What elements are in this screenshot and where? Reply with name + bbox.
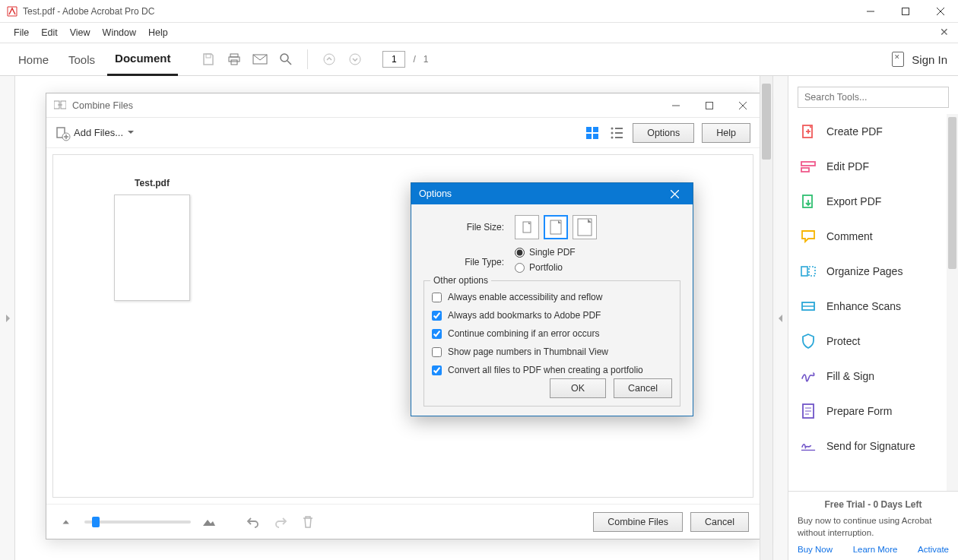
combine-help-button[interactable]: Help bbox=[702, 123, 750, 143]
undo-icon[interactable] bbox=[244, 513, 262, 531]
trial-activate-link[interactable]: Activate bbox=[918, 545, 949, 554]
list-view-button[interactable] bbox=[608, 125, 625, 141]
svg-rect-40 bbox=[809, 267, 815, 276]
menu-edit[interactable]: Edit bbox=[35, 23, 64, 43]
create-icon bbox=[801, 124, 816, 139]
options-cancel-button[interactable]: Cancel bbox=[614, 378, 672, 398]
chk-accessibility[interactable]: Always enable accessibility and reflow bbox=[432, 292, 672, 302]
window-close-button[interactable] bbox=[923, 0, 958, 23]
file-thumbnail[interactable]: Test.pdf bbox=[106, 178, 198, 301]
chk-pagenums[interactable]: Show page numbers in Thumbnail View bbox=[432, 346, 672, 357]
tool-item-enhance[interactable]: Enhance Scans bbox=[788, 289, 958, 324]
tool-item-sign[interactable]: Fill & Sign bbox=[788, 359, 958, 394]
radio-single-pdf[interactable]: Single PDF bbox=[515, 247, 576, 258]
tab-document[interactable]: Document bbox=[107, 43, 178, 76]
right-nav-strip[interactable] bbox=[772, 76, 788, 560]
window-maximize-button[interactable] bbox=[888, 0, 923, 23]
combine-title-text: Combine Files bbox=[72, 100, 133, 111]
svg-line-10 bbox=[287, 61, 291, 65]
page-up-icon[interactable] bbox=[319, 49, 340, 70]
combine-maximize-button[interactable] bbox=[693, 93, 726, 118]
options-ok-button[interactable]: OK bbox=[550, 378, 606, 398]
svg-rect-1 bbox=[902, 8, 909, 14]
trial-buy-link[interactable]: Buy Now bbox=[798, 545, 833, 554]
svg-point-12 bbox=[350, 54, 360, 65]
chk-bookmarks-input[interactable] bbox=[432, 311, 442, 321]
combine-options-button[interactable]: Options bbox=[633, 123, 694, 143]
radio-portfolio[interactable]: Portfolio bbox=[515, 262, 576, 273]
svg-rect-23 bbox=[586, 127, 592, 132]
window-minimize-button[interactable] bbox=[853, 0, 888, 23]
tool-label: Organize Pages bbox=[826, 265, 902, 277]
chk-convert-input[interactable] bbox=[432, 365, 442, 375]
tool-item-export[interactable]: Export PDF bbox=[788, 184, 958, 219]
radio-portfolio-input[interactable] bbox=[515, 263, 525, 273]
redo-icon[interactable] bbox=[271, 513, 290, 531]
tool-item-edit[interactable]: Edit PDF bbox=[788, 149, 958, 184]
tool-label: Send for Signature bbox=[826, 440, 915, 452]
email-icon[interactable] bbox=[249, 49, 271, 70]
page-thumbnail-icon bbox=[114, 195, 190, 301]
options-dialog-close-button[interactable] bbox=[664, 183, 685, 204]
page-total: 1 bbox=[423, 54, 429, 65]
chk-continue-input[interactable] bbox=[432, 329, 442, 339]
tool-label: Enhance Scans bbox=[826, 300, 901, 312]
tool-item-sendsign[interactable]: Send for Signature bbox=[788, 429, 958, 464]
combine-close-button[interactable] bbox=[726, 93, 760, 118]
sign-in-link[interactable]: Sign In bbox=[912, 53, 947, 66]
zoom-out-icon[interactable] bbox=[57, 513, 75, 531]
trial-learn-link[interactable]: Learn More bbox=[853, 545, 898, 554]
radio-single-pdf-input[interactable] bbox=[515, 248, 525, 258]
zoom-slider-handle[interactable] bbox=[92, 517, 100, 527]
page-number-input[interactable] bbox=[382, 51, 405, 68]
menu-help[interactable]: Help bbox=[142, 23, 174, 43]
svg-rect-24 bbox=[593, 127, 598, 132]
chk-continue[interactable]: Continue combining if an error occurs bbox=[432, 328, 672, 339]
combine-cancel-button[interactable]: Cancel bbox=[690, 512, 749, 532]
trial-title: Free Trial - 0 Days Left bbox=[798, 499, 949, 510]
print-icon[interactable] bbox=[224, 49, 245, 70]
combine-files-button[interactable]: Combine Files bbox=[593, 512, 683, 532]
tool-item-protect[interactable]: Protect bbox=[788, 324, 958, 359]
svg-rect-6 bbox=[229, 57, 240, 62]
tool-item-organize[interactable]: Organize Pages bbox=[788, 254, 958, 289]
document-close-button[interactable]: ✕ bbox=[935, 24, 953, 40]
search-icon[interactable] bbox=[275, 49, 297, 70]
tab-tools[interactable]: Tools bbox=[61, 43, 103, 76]
add-files-label: Add Files... bbox=[74, 127, 123, 138]
combine-minimize-button[interactable] bbox=[659, 93, 693, 118]
options-dialog-title: Options bbox=[419, 188, 452, 199]
tab-home[interactable]: Home bbox=[11, 43, 56, 76]
export-icon bbox=[801, 194, 816, 209]
chk-pagenums-input[interactable] bbox=[432, 347, 442, 357]
tool-item-create[interactable]: Create PDF bbox=[788, 114, 958, 149]
page-down-icon[interactable] bbox=[344, 49, 366, 70]
left-nav-strip[interactable] bbox=[0, 76, 15, 560]
menu-view[interactable]: View bbox=[64, 23, 97, 43]
options-dialog: Options File Size: File Type: Single PDF bbox=[411, 182, 693, 416]
mobile-link-icon[interactable] bbox=[892, 52, 904, 67]
save-icon[interactable] bbox=[198, 49, 219, 70]
file-size-small-button[interactable] bbox=[515, 215, 539, 239]
add-files-button[interactable]: Add Files... bbox=[56, 126, 134, 140]
chk-bookmarks[interactable]: Always add bookmarks to Adobe PDF bbox=[432, 310, 672, 321]
file-size-medium-button[interactable] bbox=[544, 215, 568, 239]
document-scrollbar[interactable] bbox=[760, 76, 772, 560]
menu-file[interactable]: File bbox=[8, 23, 35, 43]
file-size-large-button[interactable] bbox=[573, 215, 597, 239]
chk-accessibility-input[interactable] bbox=[432, 293, 442, 302]
chk-convert[interactable]: Convert all files to PDF when creating a… bbox=[432, 365, 672, 375]
menu-window[interactable]: Window bbox=[97, 23, 142, 43]
tool-item-form[interactable]: Prepare Form bbox=[788, 394, 958, 429]
zoom-in-icon[interactable] bbox=[200, 513, 218, 531]
svg-rect-39 bbox=[801, 267, 807, 276]
svg-rect-16 bbox=[706, 102, 713, 109]
tool-item-comment[interactable]: Comment bbox=[788, 219, 958, 254]
page-separator: / bbox=[410, 54, 418, 65]
thumbnail-view-button[interactable] bbox=[584, 125, 601, 141]
tools-panel: Create PDFEdit PDFExport PDFCommentOrgan… bbox=[788, 76, 958, 560]
tools-scrollbar[interactable] bbox=[947, 114, 958, 491]
search-tools-input[interactable] bbox=[798, 87, 949, 108]
delete-icon[interactable] bbox=[299, 513, 317, 531]
zoom-slider[interactable] bbox=[84, 520, 191, 524]
